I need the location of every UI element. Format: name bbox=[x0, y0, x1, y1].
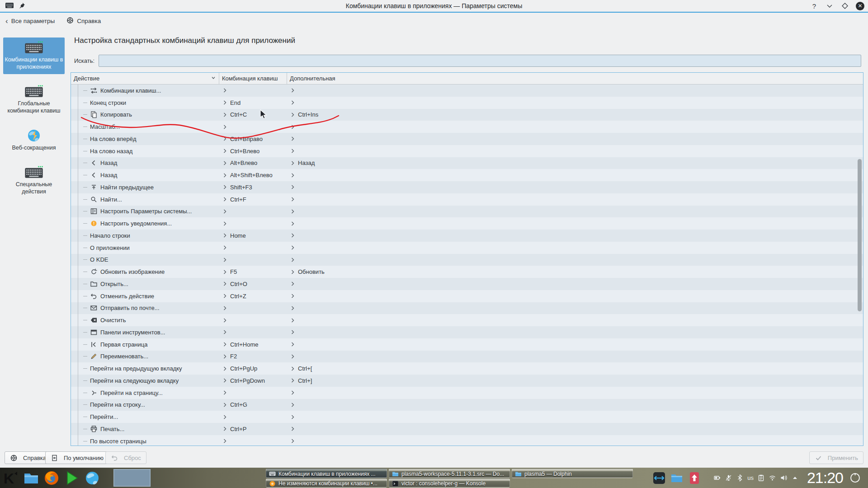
expander-chevron-icon[interactable] bbox=[290, 245, 296, 250]
expander-chevron-icon[interactable] bbox=[290, 100, 296, 105]
expander-chevron-icon[interactable] bbox=[222, 124, 228, 130]
expander-chevron-icon[interactable] bbox=[222, 342, 228, 347]
expander-chevron-icon[interactable] bbox=[290, 402, 296, 408]
taskbar-task[interactable]: plasma5 — Dolphin bbox=[512, 469, 633, 478]
pin-icon[interactable] bbox=[19, 2, 25, 9]
expander-chevron-icon[interactable] bbox=[290, 173, 296, 178]
timer-widget-icon[interactable] bbox=[849, 472, 861, 483]
window-switcher-tray-icon[interactable] bbox=[652, 471, 666, 485]
expander-chevron-icon[interactable] bbox=[222, 414, 228, 420]
expander-chevron-icon[interactable] bbox=[222, 245, 228, 250]
table-row[interactable]: Масштаб... bbox=[71, 121, 863, 133]
defaults-button[interactable]: По умолчанию bbox=[45, 451, 109, 464]
launcher-file-manager[interactable] bbox=[23, 470, 39, 486]
table-row[interactable]: Открыть...Ctrl+O bbox=[71, 278, 863, 290]
table-row[interactable]: Очистить bbox=[71, 314, 863, 326]
table-row[interactable]: Перейти... bbox=[71, 411, 863, 423]
column-header-action[interactable]: Действие bbox=[71, 73, 219, 84]
table-row[interactable]: Найти предыдущееShift+F3 bbox=[71, 181, 863, 193]
table-row[interactable]: Найти...Ctrl+F bbox=[71, 193, 863, 206]
table-row[interactable]: Панели инструментов... bbox=[71, 326, 863, 338]
folder-tray-icon[interactable] bbox=[670, 471, 684, 485]
table-row[interactable]: Комбинации клавиш... bbox=[71, 84, 863, 97]
table-row[interactable]: Первая страницаCtrl+Home bbox=[71, 338, 863, 351]
table-row[interactable]: Перейти на страницу... bbox=[71, 387, 863, 399]
expander-chevron-icon[interactable] bbox=[222, 305, 228, 311]
bluetooth-icon[interactable] bbox=[736, 474, 744, 482]
expander-chevron-icon[interactable] bbox=[290, 354, 296, 359]
table-row[interactable]: Отменить действиеCtrl+Z bbox=[71, 290, 863, 302]
table-row[interactable]: Печать...Ctrl+P bbox=[71, 423, 863, 435]
table-row[interactable]: На слово вперёдCtrl+Вправо bbox=[71, 133, 863, 145]
table-row[interactable]: Перейти на строку...Ctrl+G bbox=[71, 399, 863, 411]
table-row[interactable]: Настроить уведомления... bbox=[71, 217, 863, 230]
expander-chevron-icon[interactable] bbox=[222, 221, 228, 226]
sidebar-item-2[interactable]: Глобальные комбинации клавиш bbox=[3, 81, 65, 118]
expander-chevron-icon[interactable] bbox=[222, 160, 228, 166]
table-row[interactable]: О приложении bbox=[71, 242, 863, 254]
expander-chevron-icon[interactable] bbox=[222, 233, 228, 238]
expander-chevron-icon[interactable] bbox=[222, 184, 228, 190]
volume-icon[interactable] bbox=[780, 474, 788, 482]
column-header-shortcut[interactable]: Комбинация клавиш bbox=[219, 73, 287, 84]
expander-chevron-icon[interactable] bbox=[222, 438, 228, 444]
expander-chevron-icon[interactable] bbox=[290, 160, 296, 166]
expander-chevron-icon[interactable] bbox=[290, 414, 296, 420]
table-row[interactable]: КопироватьCtrl+CCtrl+Ins bbox=[71, 109, 863, 121]
sidebar-item-3[interactable]: Веб-сокращения bbox=[3, 126, 65, 155]
updates-tray-icon[interactable] bbox=[688, 471, 701, 485]
expander-chevron-icon[interactable] bbox=[222, 173, 228, 178]
expander-chevron-icon[interactable] bbox=[290, 366, 296, 371]
battery-icon[interactable] bbox=[713, 474, 721, 482]
search-input[interactable] bbox=[99, 55, 861, 67]
table-row[interactable]: По высоте страницы bbox=[71, 435, 863, 446]
keyboard-layout-indicator[interactable]: us bbox=[747, 474, 754, 481]
launcher-kde-menu[interactable]: K bbox=[3, 470, 19, 486]
table-row[interactable]: Конец строкиEnd bbox=[71, 97, 863, 109]
help-window-button[interactable]: ? bbox=[810, 1, 819, 10]
footer-help-button[interactable]: Справка bbox=[5, 451, 52, 464]
table-row[interactable]: НазадAlt+Shift+Влево bbox=[71, 169, 863, 181]
expander-chevron-icon[interactable] bbox=[222, 378, 228, 383]
taskbar-task[interactable]: plasma5-workspace-5.11.1-3.1.src — Do... bbox=[389, 469, 510, 478]
expander-chevron-icon[interactable] bbox=[222, 112, 228, 117]
table-row[interactable]: Настроить Параметры системы... bbox=[71, 206, 863, 218]
column-header-alternate[interactable]: Дополнительная bbox=[287, 73, 863, 84]
table-row[interactable]: Перейти на предыдущую вкладкуCtrl+PgUpCt… bbox=[71, 362, 863, 375]
close-button[interactable]: ✕ bbox=[856, 2, 864, 10]
expander-chevron-icon[interactable] bbox=[222, 318, 228, 323]
maximize-button[interactable] bbox=[840, 1, 849, 10]
expander-chevron-icon[interactable] bbox=[222, 209, 228, 214]
expander-chevron-icon[interactable] bbox=[290, 390, 296, 395]
expander-chevron-icon[interactable] bbox=[222, 269, 228, 275]
expander-chevron-icon[interactable] bbox=[222, 354, 228, 359]
expander-chevron-icon[interactable] bbox=[290, 438, 296, 444]
expander-chevron-icon[interactable] bbox=[222, 257, 228, 263]
launcher-konqueror[interactable] bbox=[84, 470, 100, 486]
expander-chevron-icon[interactable] bbox=[290, 378, 296, 383]
expander-chevron-icon[interactable] bbox=[222, 197, 228, 202]
expander-chevron-icon[interactable] bbox=[222, 426, 228, 432]
clock[interactable]: 21:20 bbox=[807, 469, 843, 487]
expander-chevron-icon[interactable] bbox=[222, 402, 228, 408]
expander-chevron-icon[interactable] bbox=[222, 390, 228, 395]
expander-chevron-icon[interactable] bbox=[290, 342, 296, 347]
expander-chevron-icon[interactable] bbox=[290, 184, 296, 190]
expander-chevron-icon[interactable] bbox=[222, 148, 228, 154]
expander-chevron-icon[interactable] bbox=[290, 305, 296, 311]
launcher-media-app[interactable] bbox=[64, 470, 80, 486]
table-row[interactable]: Перейти на следующую вкладкуCtrl+PgDownC… bbox=[71, 375, 863, 387]
minimize-button[interactable] bbox=[825, 1, 834, 10]
taskbar-task[interactable]: Комбинации клавиш в приложениях ... bbox=[266, 469, 387, 478]
expander-chevron-icon[interactable] bbox=[290, 197, 296, 202]
launcher-firefox[interactable] bbox=[43, 470, 60, 486]
expander-chevron-icon[interactable] bbox=[290, 136, 296, 141]
wifi-icon[interactable] bbox=[769, 474, 776, 482]
table-row[interactable]: НазадAlt+ВлевоНазад bbox=[71, 157, 863, 169]
expander-chevron-icon[interactable] bbox=[290, 148, 296, 154]
expander-chevron-icon[interactable] bbox=[290, 269, 296, 275]
expander-chevron-icon[interactable] bbox=[222, 100, 228, 105]
table-scrollbar-thumb[interactable] bbox=[858, 159, 862, 311]
expander-chevron-icon[interactable] bbox=[290, 209, 296, 214]
table-row[interactable]: Отправить по почте... bbox=[71, 302, 863, 314]
